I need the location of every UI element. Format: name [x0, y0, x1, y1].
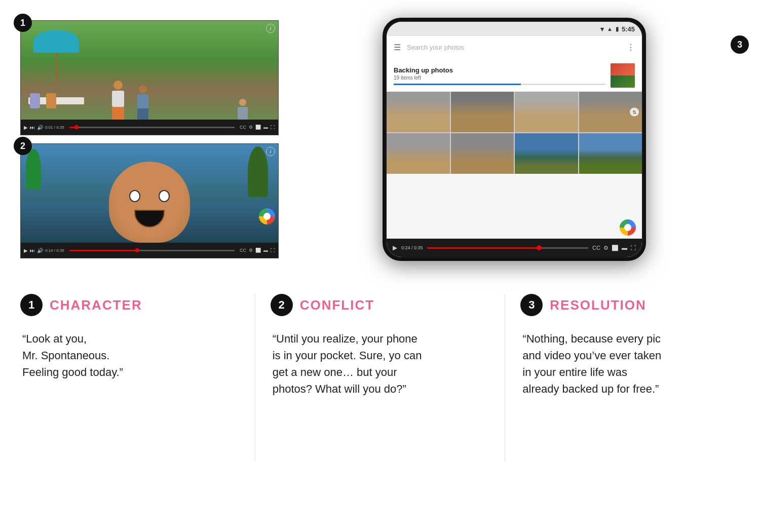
- shorts1: [112, 107, 124, 120]
- torso1: [112, 91, 124, 107]
- video1-controls: ▶ ⏭ 🔊 0:01 / 0:35 CC ⚙ ⬜ ▬ ⛶: [21, 120, 278, 135]
- divider-1: [255, 294, 255, 461]
- bottom-section: 1 CHARACTER “Look at you, Mr. Spontaneou…: [0, 269, 760, 481]
- volume-btn-2[interactable]: 🔊: [37, 248, 43, 253]
- photo-cell-7[interactable]: [515, 133, 578, 174]
- theater-icon-1[interactable]: ▬: [263, 125, 268, 130]
- photo-cell-3[interactable]: [515, 92, 578, 132]
- progress-bar-2[interactable]: [69, 250, 235, 251]
- torsobg1: [238, 107, 248, 120]
- col1-badge: 1: [20, 294, 43, 316]
- phone-play-btn[interactable]: ▶: [393, 244, 397, 251]
- google-inner: [263, 213, 271, 220]
- info-col-1: 1 CHARACTER “Look at you, Mr. Spontaneou…: [20, 294, 240, 461]
- phone-progress[interactable]: [427, 247, 589, 249]
- more-options-icon[interactable]: ⋮: [627, 43, 635, 52]
- phone-fullscreen-icon[interactable]: ⛶: [630, 245, 636, 251]
- scroll-indicator: ⇅: [630, 108, 639, 117]
- phone-theater-icon[interactable]: ▬: [622, 245, 627, 251]
- cc-icon-2[interactable]: CC: [240, 248, 246, 253]
- pants2: [137, 108, 148, 120]
- phone-status-bar: ▾ ▲ ▮ 5:45: [387, 22, 642, 36]
- status-time: 5:45: [622, 25, 635, 33]
- backup-sub: 19 items left: [394, 75, 605, 81]
- phone-badge: 3: [731, 35, 749, 54]
- next-btn-2[interactable]: ⏭: [30, 248, 35, 253]
- google-logo-phone: [620, 219, 636, 236]
- photo-cell-5[interactable]: [387, 133, 450, 174]
- person-standing-2: [137, 85, 148, 120]
- progress-bar-1[interactable]: [69, 127, 235, 128]
- col1-body: “Look at you, Mr. Spontaneous. Feeling g…: [20, 330, 224, 381]
- info-col-3: 3 RESOLUTION “Nothing, because every pic…: [520, 294, 740, 461]
- head2: [139, 85, 147, 93]
- theater-icon-2[interactable]: ▬: [263, 248, 268, 253]
- settings-icon-2[interactable]: ⚙: [249, 248, 253, 253]
- info-header-2: 2 CONFLICT: [271, 294, 475, 316]
- photo-cell-1[interactable]: [387, 92, 450, 132]
- umbrella-pole: [56, 53, 57, 83]
- left-eye: [129, 190, 140, 202]
- fullscreen-icon-1[interactable]: ⛶: [271, 125, 275, 130]
- volume-btn-1[interactable]: 🔊: [37, 125, 43, 130]
- phone-cc-icon[interactable]: CC: [592, 245, 600, 251]
- phone-miniplayer-icon[interactable]: ⬜: [612, 245, 619, 251]
- info-header-3: 3 RESOLUTION: [520, 294, 725, 316]
- backup-bar: Backing up photos 19 items left: [387, 58, 642, 91]
- info-header-1: 1 CHARACTER: [20, 294, 224, 316]
- headbg1: [239, 99, 246, 106]
- person-seated-2: [46, 93, 56, 108]
- hamburger-icon[interactable]: ☰: [394, 43, 401, 52]
- video1-badge: 1: [14, 14, 32, 32]
- photo-cell-2[interactable]: [451, 92, 514, 132]
- backup-thumbnail: [611, 63, 635, 88]
- backup-title: Backing up photos: [394, 66, 605, 74]
- phone-settings-icon[interactable]: ⚙: [603, 245, 609, 251]
- signal-icon: ▲: [607, 26, 613, 32]
- video1-info-icon[interactable]: i: [266, 24, 275, 33]
- col2-title: CONFLICT: [300, 297, 374, 313]
- next-btn-1[interactable]: ⏭: [30, 125, 35, 130]
- photo-cell-6[interactable]: [451, 133, 514, 174]
- time-display-1: 0:01 / 0:35: [45, 125, 64, 130]
- top-section: 1: [0, 0, 760, 269]
- face-container: [99, 157, 200, 243]
- google-logo-video2: [259, 208, 275, 224]
- video-thumb-2: 2: [20, 143, 279, 258]
- fullscreen-icon-2[interactable]: ⛶: [271, 248, 275, 253]
- photo-cell-8[interactable]: [579, 133, 642, 174]
- google-circle: [259, 208, 275, 224]
- video2-controls: ▶ ⏭ 🔊 0:14 / 0:35 CC ⚙ ⬜ ▬ ⛶: [21, 243, 278, 258]
- ctrl-icons-right-1: CC ⚙ ⬜ ▬ ⛶: [240, 125, 275, 130]
- photos-grid: ⇅: [387, 92, 642, 174]
- phone-search-input[interactable]: Search your photos: [407, 44, 621, 51]
- phone-mockup: ▾ ▲ ▮ 5:45 ☰ Search your photos ⋮ Backin…: [383, 18, 646, 261]
- col3-badge: 3: [520, 294, 543, 316]
- cc-icon-1[interactable]: CC: [240, 125, 246, 130]
- torso2: [137, 94, 148, 108]
- phone-progress-dot: [537, 245, 542, 250]
- play-btn-1[interactable]: ▶: [24, 125, 28, 130]
- photo-cell-4[interactable]: ⇅: [579, 92, 642, 132]
- person-seated-1: [30, 93, 40, 108]
- progress-dot-2: [135, 248, 139, 252]
- progress-fill-2: [69, 250, 135, 251]
- phone-screen: ▾ ▲ ▮ 5:45 ☰ Search your photos ⋮ Backin…: [387, 22, 642, 257]
- scene2-bg: [21, 144, 278, 243]
- miniplayer-icon-2[interactable]: ⬜: [255, 248, 261, 253]
- video2-info-icon[interactable]: i: [266, 147, 275, 156]
- right-eye: [159, 190, 170, 202]
- col2-body: “Until you realize, your phone is in you…: [271, 330, 475, 397]
- phone-search-bar[interactable]: ☰ Search your photos ⋮: [387, 36, 642, 58]
- umbrella: [33, 30, 79, 53]
- col2-badge: 2: [271, 294, 293, 316]
- person-standing-1: [112, 81, 124, 120]
- phone-control-icons: CC ⚙ ⬜ ▬ ⛶: [592, 245, 636, 251]
- play-btn-2[interactable]: ▶: [24, 248, 28, 253]
- phone-progress-fill: [427, 247, 537, 249]
- miniplayer-icon-1[interactable]: ⬜: [255, 125, 261, 130]
- video2-scene: i: [21, 144, 278, 243]
- progress-dot-1: [74, 125, 79, 129]
- divider-2: [505, 294, 505, 461]
- settings-icon-1[interactable]: ⚙: [249, 125, 253, 130]
